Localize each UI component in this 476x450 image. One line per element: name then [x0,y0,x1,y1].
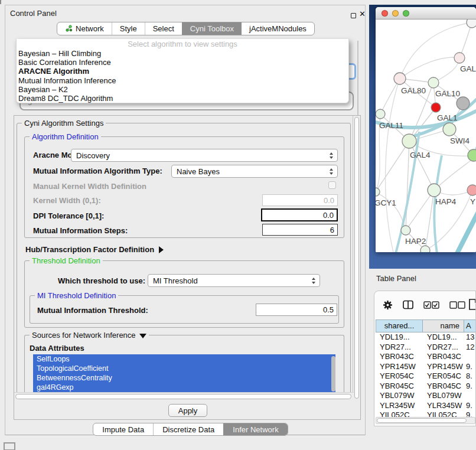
bottom-tab-bar: Impute Data Discretize Data Infer Networ… [10,423,371,436]
table-row[interactable]: YBR043CYBR043C [376,352,476,362]
tab-style[interactable]: Style [112,22,145,35]
attribute-item[interactable]: SelfLoops [33,354,335,364]
network-node[interactable] [401,226,410,235]
network-node[interactable] [468,149,476,161]
tab-jactivemnodules[interactable]: jActiveMNodules [242,22,314,35]
screen: { "colors":{ "selection_blue":"#3d6cd1",… [0,0,476,450]
mi-algorithm-type-select[interactable]: Naive Bayes [171,165,338,178]
network-canvas[interactable]: GALGAL80GAL10GAL1GAL11SWI4GAL4GCY1HAP4YH… [376,19,476,252]
close-traffic-light-icon[interactable] [382,10,388,17]
algorithm-option[interactable]: Mutual Information Inference [17,76,348,85]
checked-columns-icon[interactable] [423,301,439,309]
network-edge[interactable] [456,207,476,252]
settings-horizontal-scrollbar[interactable] [14,392,354,400]
network-node[interactable] [443,123,456,136]
table-horizontal-scrollbar[interactable] [376,417,475,424]
network-edge[interactable] [386,79,400,252]
algorithm-option[interactable]: Bayesian – Hill Climbing [17,49,348,58]
table-cell: YIL052C [376,410,423,417]
column-header-shared-name[interactable]: shared... [376,319,423,332]
table-cell: YPR145W [376,362,423,372]
zoom-traffic-light-icon[interactable] [403,10,409,17]
attribute-item[interactable]: gal4RGexp [33,383,335,392]
scrollbar-thumb[interactable] [377,418,467,423]
network-node[interactable] [428,184,441,197]
close-icon[interactable]: ✕ [359,9,366,18]
table-cell: 9. [464,362,476,372]
network-node[interactable] [431,103,441,112]
scrollbar-thumb[interactable] [354,117,359,399]
algorithm-popup: Select algorithm to view settings Bayesi… [16,39,349,103]
network-node[interactable] [394,73,406,84]
which-threshold-select[interactable]: MI Threshold [148,274,320,287]
float-window-icon[interactable] [351,13,356,18]
network-edge[interactable] [425,190,434,250]
algorithm-list: Bayesian – Hill ClimbingBasic Correlatio… [17,49,348,103]
algorithm-option[interactable]: Dream8 DC_TDC Algorithm [17,94,348,103]
network-view-window[interactable]: GALGAL80GAL10GAL1GAL11SWI4GAL4GCY1HAP4YH… [376,7,476,252]
table-row[interactable]: YBL079WYBL079W [376,391,476,401]
selected-value: MI Threshold [153,276,198,285]
network-node[interactable] [454,53,465,63]
tab-network[interactable]: Network [57,22,112,35]
column-header-partial[interactable]: A [464,319,476,332]
network-node[interactable] [428,77,439,88]
tab-discretize-data[interactable]: Discretize Data [153,423,223,435]
minimize-traffic-light-icon[interactable] [392,10,399,17]
table-row[interactable]: YBR045CYBR045C9. [376,381,476,392]
table-row[interactable]: YPR145WYPR145W9. [376,362,476,372]
sources-collapser[interactable]: Sources for Network Inference [30,331,149,340]
tab-cyni-toolbox[interactable]: Cyni Toolbox [182,22,242,35]
settings-vertical-scrollbar[interactable] [353,116,360,400]
network-node[interactable] [402,134,416,148]
unchecked-columns-icon[interactable] [449,301,465,309]
tab-select[interactable]: Select [145,22,182,35]
group-title: MI Threshold Definition [35,291,118,300]
apply-button[interactable]: Apply [168,404,208,417]
table-row[interactable]: YDR27...YDR27...12 [376,343,476,353]
table-row[interactable]: YDL19...YDL19...13 [376,332,476,343]
tab-label: Cyni Toolbox [190,24,234,33]
network-edge[interactable] [376,141,409,192]
manual-kernel-width-checkbox[interactable] [328,181,336,189]
gear-icon[interactable] [383,300,393,310]
algorithm-option[interactable]: Bayesian – K2 [17,85,348,94]
algorithm-option[interactable]: ARACNE Algorithm [17,67,348,76]
mi-threshold-input[interactable] [256,304,337,316]
table-cell: YDL19... [423,332,464,343]
network-node[interactable] [376,188,380,196]
network-window-titlebar[interactable] [376,7,476,19]
list-scrollbar-thumb[interactable] [331,356,335,392]
kernel-width-input[interactable] [262,194,338,206]
attribute-item[interactable]: TopologicalCoefficient [33,364,335,373]
algorithm-option[interactable]: Basic Correlation Inference [17,58,348,67]
aracne-mode-select[interactable]: Discovery [71,149,338,162]
table-row[interactable]: YIL052CYIL052C9. [376,410,476,417]
network-edge[interactable] [376,192,406,230]
collapsed-panel-icon[interactable] [4,442,15,450]
network-node[interactable] [457,97,470,110]
network-node[interactable] [420,246,430,252]
attribute-item[interactable]: BetweennessCentrality [33,373,335,383]
mi-steps-input[interactable] [262,224,338,236]
table-cell: 9. [464,381,476,392]
network-edge[interactable] [406,141,409,230]
tab-infer-network[interactable]: Infer Network [223,423,287,435]
attribute-list[interactable]: SelfLoopsTopologicalCoefficientBetweenne… [33,354,335,392]
network-edge[interactable] [406,190,434,230]
scrollbar-thumb[interactable] [15,394,351,399]
columns-icon[interactable] [403,300,413,309]
hub-definition-expander[interactable]: Hub/Transcription Factor Definition [25,245,164,254]
network-node[interactable] [376,109,385,119]
dpi-tolerance-input[interactable] [261,208,338,221]
table-header-row: shared... name A [376,319,476,332]
threshold-definition-group: Threshold Definition Which threshold to … [24,260,344,328]
column-header-name[interactable]: name [423,319,464,332]
table-row[interactable]: YER054CYER054C8. [376,371,476,381]
function-builder-icon[interactable] [469,299,476,310]
tab-impute-data[interactable]: Impute Data [93,423,153,435]
network-node[interactable] [467,19,476,28]
table-row[interactable]: YLR345WYLR345W9. [376,401,476,411]
network-node-label: GCY1 [376,198,396,207]
network-node[interactable] [467,185,476,195]
